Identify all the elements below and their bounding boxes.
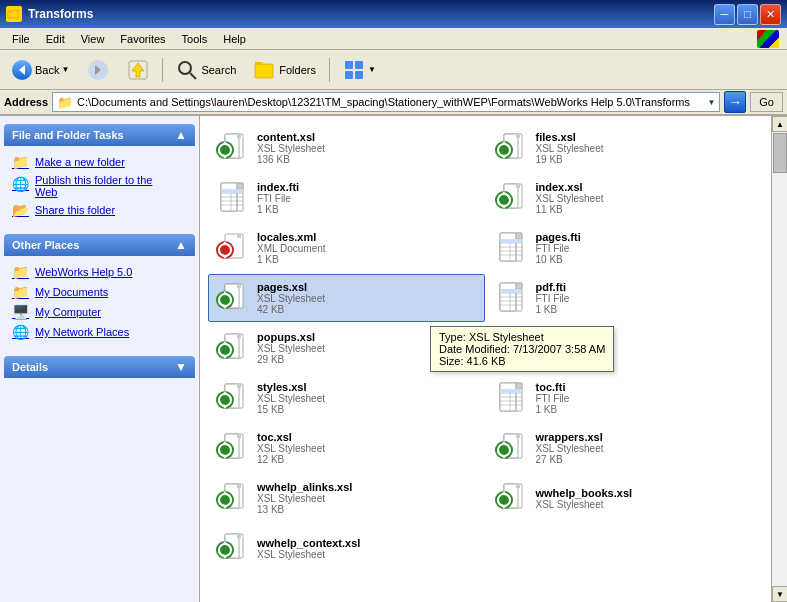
menu-view[interactable]: View xyxy=(73,31,113,47)
file-item[interactable]: index.xsl XSL Stylesheet 11 KB xyxy=(487,174,764,222)
other-places-header[interactable]: Other Places ▲ xyxy=(4,234,195,256)
file-item[interactable]: wwhelp_books.xsl XSL Stylesheet xyxy=(487,474,764,522)
fti-icon xyxy=(494,280,530,316)
file-size: 42 KB xyxy=(257,304,325,315)
scroll-down-arrow[interactable]: ▼ xyxy=(772,586,787,602)
file-folder-tasks-section: File and Folder Tasks ▲ 📁 Make a new fol… xyxy=(4,124,195,226)
views-icon xyxy=(343,59,365,81)
file-info: toc.xsl XSL Stylesheet 12 KB xyxy=(257,431,325,465)
file-type: XSL Stylesheet xyxy=(536,143,604,154)
folders-button[interactable]: Folders xyxy=(247,55,323,85)
menu-file[interactable]: File xyxy=(4,31,38,47)
back-dropdown-icon[interactable]: ▼ xyxy=(61,65,69,74)
file-folder-tasks-header[interactable]: File and Folder Tasks ▲ xyxy=(4,124,195,146)
toolbar: Back ▼ Search xyxy=(0,50,787,90)
other-places-section: Other Places ▲ 📁 WebWorks Help 5.0 📁 My … xyxy=(4,234,195,348)
separator-1 xyxy=(162,58,163,82)
file-size: 27 KB xyxy=(536,454,604,465)
scroll-thumb[interactable] xyxy=(773,133,787,173)
right-scrollbar[interactable]: ▲ ▼ xyxy=(771,116,787,602)
file-item[interactable]: wrappers.xsl XSL Stylesheet 27 KB xyxy=(487,424,764,472)
file-icon xyxy=(494,430,530,466)
file-name: popups.xsl xyxy=(257,331,325,343)
file-name: wwhelp_context.xsl xyxy=(257,537,360,549)
menu-tools[interactable]: Tools xyxy=(174,31,216,47)
xsl-icon xyxy=(215,130,251,166)
xml-icon xyxy=(215,230,251,266)
sidebar-link-my-documents[interactable]: 📁 My Documents xyxy=(8,282,191,302)
sidebar-link-my-network[interactable]: 🌐 My Network Places xyxy=(8,322,191,342)
svg-marker-106 xyxy=(237,434,241,438)
address-go-button[interactable]: Go xyxy=(750,92,783,112)
address-go-arrow[interactable]: → xyxy=(724,91,746,113)
file-item[interactable]: wwhelp_context.xsl XSL Stylesheet xyxy=(208,524,485,572)
file-icon xyxy=(215,380,251,416)
address-input-wrap: 📁 C:\Documents and Settings\lauren\Deskt… xyxy=(52,92,720,112)
xsl-icon xyxy=(494,480,530,516)
back-button[interactable]: Back ▼ xyxy=(4,55,76,85)
xsl-icon xyxy=(215,280,251,316)
file-item[interactable]: pages.fti FTI File 10 KB xyxy=(487,224,764,272)
my-computer-icon: 🖥️ xyxy=(12,304,29,320)
sidebar: File and Folder Tasks ▲ 📁 Make a new fol… xyxy=(0,116,200,602)
title-bar-buttons[interactable]: ─ □ ✕ xyxy=(714,4,781,25)
my-computer-label: My Computer xyxy=(35,306,101,318)
svg-marker-2 xyxy=(8,8,15,10)
forward-icon xyxy=(87,59,109,81)
file-type: FTI File xyxy=(536,293,570,304)
close-button[interactable]: ✕ xyxy=(760,4,781,25)
file-icon xyxy=(494,130,530,166)
file-item[interactable]: wwhelp_alinks.xsl XSL Stylesheet 13 KB xyxy=(208,474,485,522)
svg-marker-78 xyxy=(237,334,241,338)
file-name: pdf.fti xyxy=(536,281,570,293)
svg-marker-62 xyxy=(237,284,241,288)
details-title: Details xyxy=(12,361,48,373)
scroll-up-arrow[interactable]: ▲ xyxy=(772,116,787,132)
sidebar-link-new-folder[interactable]: 📁 Make a new folder xyxy=(8,152,191,172)
file-item[interactable]: toc.fti FTI File 1 KB xyxy=(487,374,764,422)
other-places-collapse[interactable]: ▲ xyxy=(175,238,187,252)
forward-button[interactable] xyxy=(80,55,116,85)
webworks-label: WebWorks Help 5.0 xyxy=(35,266,132,278)
file-item[interactable]: index.fti FTI File 1 KB xyxy=(208,174,485,222)
file-item[interactable]: content.xsl XSL Stylesheet 136 KB xyxy=(208,124,485,172)
file-item[interactable]: locales.xml XML Document 1 KB xyxy=(208,224,485,272)
menu-help[interactable]: Help xyxy=(215,31,254,47)
views-button[interactable]: ▼ xyxy=(336,55,383,85)
address-dropdown-icon[interactable]: ▼ xyxy=(707,98,715,107)
sidebar-link-my-computer[interactable]: 🖥️ My Computer xyxy=(8,302,191,322)
file-item[interactable]: styles.xsl XSL Stylesheet 15 KB xyxy=(208,374,485,422)
file-item[interactable]: pages.xsl XSL Stylesheet 42 KB xyxy=(208,274,485,322)
back-label: Back xyxy=(35,64,59,76)
file-item[interactable]: toc.xsl XSL Stylesheet 12 KB xyxy=(208,424,485,472)
scroll-track[interactable] xyxy=(772,132,787,586)
minimize-button[interactable]: ─ xyxy=(714,4,735,25)
menu-edit[interactable]: Edit xyxy=(38,31,73,47)
details-collapse[interactable]: ▼ xyxy=(175,360,187,374)
svg-rect-103 xyxy=(500,389,522,393)
menu-favorites[interactable]: Favorites xyxy=(112,31,173,47)
file-icon xyxy=(494,480,530,516)
sidebar-link-publish[interactable]: 🌐 Publish this folder to theWeb xyxy=(8,172,191,200)
file-item[interactable]: files.xsl XSL Stylesheet 19 KB xyxy=(487,124,764,172)
search-button[interactable]: Search xyxy=(169,55,243,85)
file-folder-tasks-collapse[interactable]: ▲ xyxy=(175,128,187,142)
details-header[interactable]: Details ▼ xyxy=(4,356,195,378)
svg-rect-15 xyxy=(345,71,353,79)
sidebar-link-webworks[interactable]: 📁 WebWorks Help 5.0 xyxy=(8,262,191,282)
file-size: 1 KB xyxy=(257,254,326,265)
file-info: wwhelp_books.xsl XSL Stylesheet xyxy=(536,487,633,510)
address-value[interactable]: C:\Documents and Settings\lauren\Desktop… xyxy=(77,96,703,108)
svg-marker-25 xyxy=(516,134,520,138)
up-button[interactable] xyxy=(120,55,156,85)
file-item[interactable]: pdf.fti FTI File 1 KB xyxy=(487,274,764,322)
maximize-button[interactable]: □ xyxy=(737,4,758,25)
tooltip-type: Type: XSL Stylesheet xyxy=(439,331,605,343)
new-folder-label: Make a new folder xyxy=(35,156,125,168)
file-size: 19 KB xyxy=(536,154,604,165)
sidebar-link-share[interactable]: 📂 Share this folder xyxy=(8,200,191,220)
xsl-icon xyxy=(215,430,251,466)
file-type: FTI File xyxy=(536,243,581,254)
publish-icon: 🌐 xyxy=(12,176,29,192)
svg-marker-124 xyxy=(516,484,520,488)
